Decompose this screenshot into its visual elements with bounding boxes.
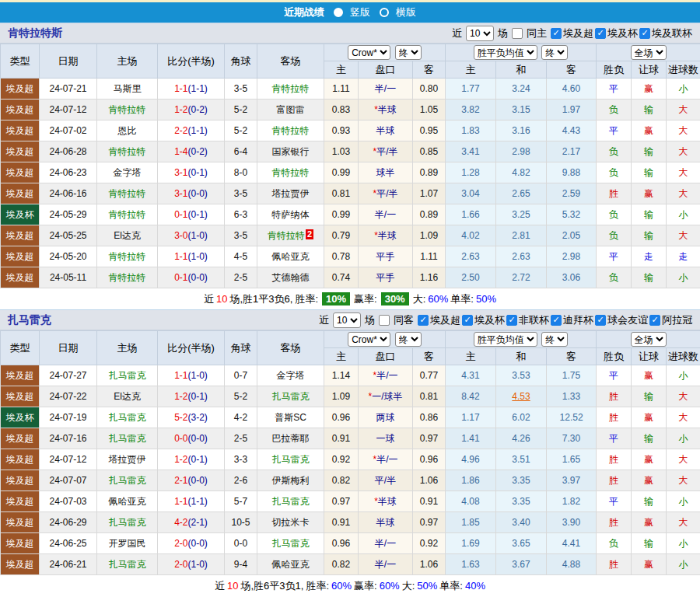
away-odds-cell: 1.16 [413, 267, 446, 288]
result-wdl-cell: 胜 [597, 183, 632, 204]
home-team-cell: 肯特拉特 [97, 100, 158, 120]
cover-rate-label: 赢率: [354, 579, 377, 593]
handicap-cell: *半球 [359, 100, 413, 120]
horizontal-layout-radio[interactable] [380, 8, 389, 17]
league-checkbox[interactable]: ✓ [639, 28, 650, 39]
league-checkbox[interactable]: ✓ [551, 315, 562, 326]
same-venue-checkbox[interactable] [379, 315, 390, 326]
avg-home-cell: 4.96 [446, 449, 496, 470]
league-checkbox[interactable]: ✓ [462, 315, 473, 326]
home-team-cell: El达克 [97, 386, 158, 407]
league-filter: ✓埃及超 [549, 26, 593, 40]
halftime-score: (1-1) [188, 125, 208, 136]
league-checkbox[interactable]: ✓ [551, 28, 562, 39]
final-select[interactable]: 终 [541, 45, 568, 60]
company-select[interactable]: Crow* [348, 332, 390, 347]
league-checkbox[interactable]: ✓ [595, 28, 606, 39]
fulltime-score: 2-1 [174, 475, 187, 486]
handicap-cell: *半/一 [359, 449, 413, 470]
away-team-cell: 肯特拉特 [257, 162, 324, 183]
avg-draw-cell: 2.98 [496, 141, 547, 162]
league-checkbox[interactable]: ✓ [649, 315, 660, 326]
home-team-cell: 肯特拉特 [97, 183, 158, 204]
home-team-name: 扎马雷克 [109, 412, 146, 423]
horizontal-layout-label[interactable]: 横版 [396, 5, 416, 19]
away-odds-cell: 0.96 [413, 449, 446, 470]
away-team-cell: 塔拉贾伊 [257, 183, 324, 204]
over-rate-label: 大: [413, 292, 426, 306]
league-checkbox[interactable]: ✓ [595, 315, 606, 326]
win-rate-value: 10% [322, 292, 350, 305]
final-select[interactable]: 终 [541, 332, 568, 347]
home-odds-cell: 1.09 [324, 386, 359, 407]
col-result-wdl: 胜负 [597, 348, 632, 365]
home-odds-cell: 0.96 [324, 533, 359, 554]
avg-select[interactable]: 胜平负均值 [474, 332, 537, 347]
halftime-score: (0-1) [188, 167, 208, 178]
fulltime-score: 1-1 [174, 370, 187, 381]
scope-select[interactable]: 全场 [631, 45, 667, 60]
avg-draw-link[interactable]: 4.53 [512, 391, 530, 402]
match-count-select[interactable]: 10 [333, 312, 361, 328]
matches-tbody-0: 埃及超24-07-21马斯里1-1(1-1)3-5肯特拉特1.11半/一0.80… [1, 79, 700, 288]
vertical-layout-radio[interactable] [334, 8, 343, 17]
summary-near: 近 [215, 579, 225, 593]
league-checkbox[interactable]: ✓ [418, 315, 429, 326]
away-odds-cell: 0.91 [413, 491, 446, 512]
date-cell: 24-07-27 [40, 365, 97, 386]
away-team-cell: 肯特拉特 [257, 79, 324, 100]
matches-table-2: 类型 日期 主场 比分(半场) 角球 客场 Crow* 终 胜平负均值 终 全场 [0, 330, 700, 575]
avg-home-cell: 1.69 [446, 533, 496, 554]
league-checkbox[interactable]: ✓ [506, 315, 517, 326]
matches-label: 场 [498, 26, 508, 40]
home-odds-cell: 0.99 [324, 162, 359, 183]
result-goals-cell: 大 [667, 183, 700, 204]
result-handicap-cell: 输 [632, 141, 667, 162]
league-filters-1: ✓埃及超✓埃及杯✓非联杯✓迪拜杯✓球会友谊✓阿拉冠 [416, 313, 692, 327]
league-type-cell: 埃及超 [1, 120, 40, 141]
away-odds-cell: 1.05 [413, 100, 446, 120]
score-cell: 2-1(0-0) [158, 470, 225, 491]
avg-away-cell: 3.97 [547, 470, 597, 491]
home-team-name: 肯特拉特 [109, 209, 146, 220]
col-date: 日期 [40, 331, 97, 365]
final-select[interactable]: 终 [395, 332, 422, 347]
away-odds-cell: 0.89 [413, 204, 446, 225]
avg-draw-cell: 6.02 [496, 407, 547, 428]
date-cell: 24-06-25 [40, 533, 97, 554]
same-venue-checkbox[interactable] [512, 28, 523, 39]
summary-2: 近10场,胜6平3负1, 胜率:60% 赢率:60% 大:50% 单率:40% [0, 575, 700, 596]
avg-draw-cell: 3.53 [496, 365, 547, 386]
result-handicap-cell: 输 [632, 162, 667, 183]
away-team-name: 肯特拉特 [272, 83, 310, 94]
company-select[interactable]: Crow* [348, 45, 390, 60]
avg-draw-cell: 3.35 [496, 470, 547, 491]
corner-cell: 5-7 [225, 491, 257, 512]
result-wdl-cell: 平 [597, 246, 632, 267]
vertical-layout-label[interactable]: 竖版 [350, 5, 370, 19]
match-count-select[interactable]: 10 [466, 26, 494, 41]
halftime-score: (0-2) [188, 146, 208, 157]
home-team-cell: 马斯里 [97, 79, 158, 100]
score-cell: 1-1(1-1) [158, 491, 225, 512]
away-team-name: 巴拉蒂耶 [272, 433, 310, 444]
score-cell: 0-0(0-0) [158, 428, 225, 449]
away-team-cell: 伊斯梅利 [257, 470, 324, 491]
away-team-name: 伊斯梅利 [272, 475, 310, 486]
result-wdl-cell: 负 [597, 267, 632, 288]
col-avg-draw: 和 [496, 61, 547, 79]
avg-away-cell: 4.60 [547, 79, 597, 100]
home-odds-cell: 0.91 [324, 512, 359, 533]
scope-select[interactable]: 全场 [631, 332, 667, 347]
avg-home-cell: 4.31 [446, 365, 496, 386]
title-bar: 近期战绩 竖版 横版 [0, 2, 700, 23]
home-odds-cell: 0.83 [324, 100, 359, 120]
league-type-cell: 埃及超 [1, 267, 40, 288]
league-filter-label: 埃及杯 [607, 26, 638, 40]
handicap-line: 两球 [376, 412, 395, 423]
league-filter-label: 埃及联杯 [652, 26, 692, 40]
result-handicap-cell: 走 [632, 246, 667, 267]
avg-home-cell: 2.50 [446, 267, 496, 288]
final-select[interactable]: 终 [395, 45, 422, 60]
avg-select[interactable]: 胜平负均值 [474, 45, 537, 60]
